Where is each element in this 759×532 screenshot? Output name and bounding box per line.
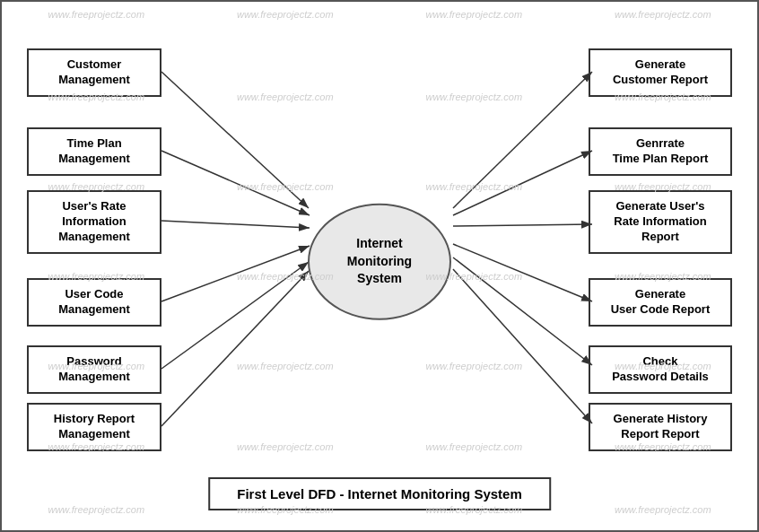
diagram-title-box: First Level DFD - Internet Monitoring Sy…: [208, 477, 551, 510]
arrow-history-to-center: [161, 271, 309, 426]
arrow-center-to-gen-timeplan: [453, 151, 592, 215]
watermark-1: www.freeprojectz.com www.freeprojectz.co…: [2, 9, 757, 20]
generate-usercode-report-box: GenerateUser Code Report: [589, 278, 732, 327]
diagram-container: www.freeprojectz.com www.freeprojectz.co…: [0, 0, 759, 532]
arrow-center-to-gen-history: [453, 269, 592, 423]
generate-timeplan-report-box: GenrrateTime Plan Report: [589, 127, 732, 176]
arrow-timeplan-to-center: [161, 151, 310, 215]
usercode-management-box: User CodeManagement: [27, 278, 161, 327]
arrow-password-to-center: [161, 262, 309, 369]
diagram-title: First Level DFD - Internet Monitoring Sy…: [237, 486, 522, 501]
check-password-box: CheckPassword Details: [589, 345, 732, 394]
generate-usersrate-report-box: Generate User'sRate InformationReport: [589, 190, 732, 254]
arrow-center-to-check-password: [453, 257, 592, 365]
timeplan-management-box: Time PlanManagement: [27, 127, 161, 176]
usersrate-management-box: User's RateInformationManagement: [27, 190, 161, 254]
arrow-usercode-to-center: [161, 246, 310, 301]
arrow-customer-to-center: [161, 72, 309, 208]
history-management-box: History ReportManagement: [27, 403, 161, 451]
arrow-center-to-gen-usercode: [453, 244, 592, 301]
customer-management-box: CustomerManagement: [27, 48, 161, 97]
generate-history-report-box: Generate HistoryReport Report: [589, 403, 732, 451]
generate-customer-report-box: GenerateCustomer Report: [589, 48, 732, 97]
arrow-center-to-gen-usersrate: [453, 224, 592, 226]
center-system-ellipse: InternetMonitoringSystem: [308, 203, 451, 319]
arrow-center-to-gen-customer: [453, 72, 592, 208]
arrow-usersrate-to-center: [161, 221, 310, 228]
password-management-box: PasswordManagement: [27, 345, 161, 394]
